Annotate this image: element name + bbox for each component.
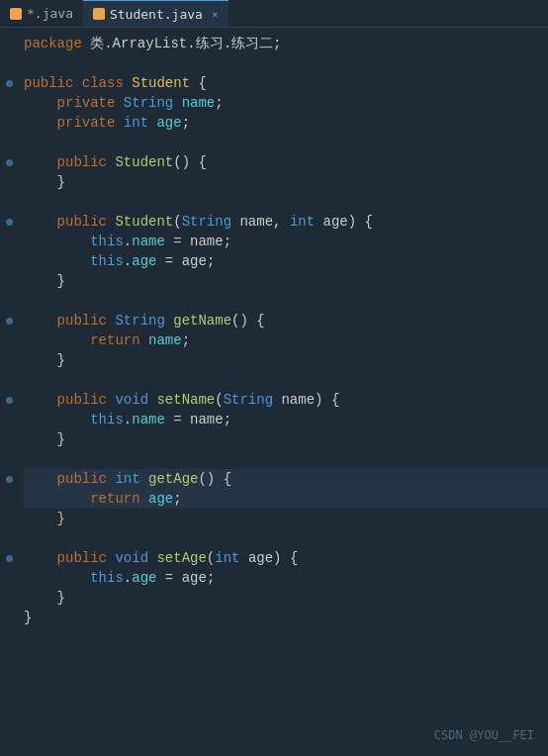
line: public Student() { xyxy=(24,152,548,172)
tab-student-label: Student.java xyxy=(110,7,203,22)
line: this.name = name; xyxy=(24,410,548,429)
gutter xyxy=(0,28,18,756)
line xyxy=(24,528,548,548)
tab-java[interactable]: *.java xyxy=(0,0,83,27)
tab-student-java[interactable]: Student.java ✕ xyxy=(83,0,228,27)
line: public int getAge() { xyxy=(24,469,548,489)
line: this.age = age; xyxy=(24,251,548,271)
code-area[interactable]: package 类.ArrayList.练习.练习二;public class … xyxy=(18,28,548,756)
line xyxy=(24,449,548,469)
tab-java-label: *.java xyxy=(27,6,73,21)
line: public String getName() { xyxy=(24,311,548,331)
line: } xyxy=(24,509,548,528)
line: } xyxy=(24,271,548,291)
line xyxy=(24,192,548,212)
line xyxy=(24,133,548,152)
line: } xyxy=(24,588,548,608)
line: return name; xyxy=(24,331,548,350)
line: private int age; xyxy=(24,113,548,133)
line: public void setName(String name) { xyxy=(24,390,548,410)
editor: package 类.ArrayList.练习.练习二;public class … xyxy=(0,28,548,756)
line: } xyxy=(24,429,548,449)
java-icon xyxy=(10,8,22,20)
line: package 类.ArrayList.练习.练习二; xyxy=(24,34,548,53)
line: this.age = age; xyxy=(24,568,548,588)
tab-bar: *.java Student.java ✕ xyxy=(0,0,548,28)
line xyxy=(24,53,548,73)
watermark: CSDN @YOU__FEI xyxy=(434,728,534,742)
line: private String name; xyxy=(24,93,548,113)
tab-close-icon[interactable]: ✕ xyxy=(212,8,219,21)
line xyxy=(24,370,548,390)
line: public class Student { xyxy=(24,73,548,93)
line xyxy=(24,291,548,311)
line: } xyxy=(24,608,548,627)
line: public void setAge(int age) { xyxy=(24,548,548,568)
line: return age; xyxy=(24,489,548,509)
student-java-icon xyxy=(93,8,105,20)
line: } xyxy=(24,350,548,370)
line: public Student(String name, int age) { xyxy=(24,212,548,232)
line: this.name = name; xyxy=(24,232,548,251)
line: } xyxy=(24,172,548,192)
